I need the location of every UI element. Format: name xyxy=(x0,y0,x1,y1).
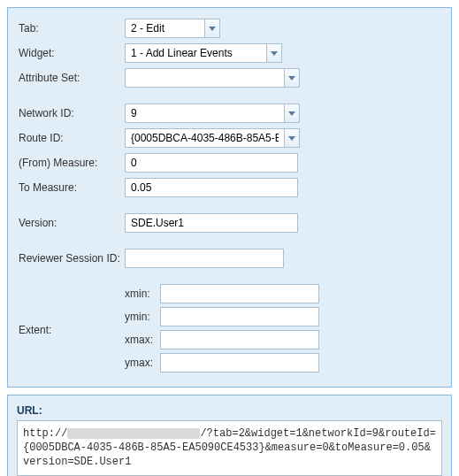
url-prefix: http:// xyxy=(23,427,67,440)
ymin-input[interactable] xyxy=(160,307,319,326)
extent-label: Extent: xyxy=(19,324,125,336)
from-measure-input[interactable] xyxy=(125,153,298,173)
ymax-label: ymax: xyxy=(125,357,160,369)
from-measure-label: (From) Measure: xyxy=(19,157,125,169)
network-id-dropdown-button[interactable] xyxy=(284,104,300,123)
reviewer-session-id-input[interactable] xyxy=(125,249,284,268)
widget-label: Widget: xyxy=(19,47,125,59)
attribute-set-combo[interactable] xyxy=(125,68,300,88)
chevron-down-icon xyxy=(209,27,216,31)
attribute-set-label: Attribute Set: xyxy=(19,72,125,84)
url-output[interactable]: http:///?tab=2&widget=1&networkId=9&rout… xyxy=(17,420,442,476)
version-label: Version: xyxy=(19,217,125,229)
chevron-down-icon xyxy=(288,136,295,141)
network-id-label: Network ID: xyxy=(19,107,125,119)
to-measure-input[interactable] xyxy=(125,178,298,197)
extent-grid: xmin: ymin: xmax: ymax: xyxy=(125,284,319,376)
xmax-label: xmax: xyxy=(125,334,160,346)
tab-input[interactable] xyxy=(125,19,204,38)
widget-dropdown-button[interactable] xyxy=(266,43,282,63)
url-panel: URL: http:///?tab=2&widget=1&networkId=9… xyxy=(7,395,452,476)
tab-combo[interactable] xyxy=(125,19,220,38)
chevron-down-icon xyxy=(288,111,295,116)
route-id-label: Route ID: xyxy=(19,132,125,144)
url-host-redacted xyxy=(67,428,200,439)
xmin-input[interactable] xyxy=(160,284,319,303)
reviewer-session-id-label: Reviewer Session ID: xyxy=(19,252,125,265)
attribute-set-input[interactable] xyxy=(125,68,284,88)
widget-input[interactable] xyxy=(125,43,266,63)
network-id-input[interactable] xyxy=(125,104,284,123)
route-id-dropdown-button[interactable] xyxy=(284,128,300,148)
xmax-input[interactable] xyxy=(160,330,319,349)
attribute-set-dropdown-button[interactable] xyxy=(284,68,300,88)
url-title: URL: xyxy=(17,404,442,417)
route-id-combo[interactable] xyxy=(125,128,300,148)
widget-combo[interactable] xyxy=(125,43,282,63)
version-input[interactable] xyxy=(125,213,298,233)
xmin-label: xmin: xyxy=(125,288,160,300)
network-id-combo[interactable] xyxy=(125,104,300,123)
ymax-input[interactable] xyxy=(160,353,319,372)
route-id-input[interactable] xyxy=(125,128,284,148)
chevron-down-icon xyxy=(271,51,278,56)
tab-label: Tab: xyxy=(19,22,125,35)
to-measure-label: To Measure: xyxy=(19,181,125,194)
form-panel: Tab: Widget: Attribute Set: Network ID: … xyxy=(7,7,452,388)
chevron-down-icon xyxy=(288,76,295,81)
ymin-label: ymin: xyxy=(125,311,160,323)
tab-dropdown-button[interactable] xyxy=(204,19,220,38)
